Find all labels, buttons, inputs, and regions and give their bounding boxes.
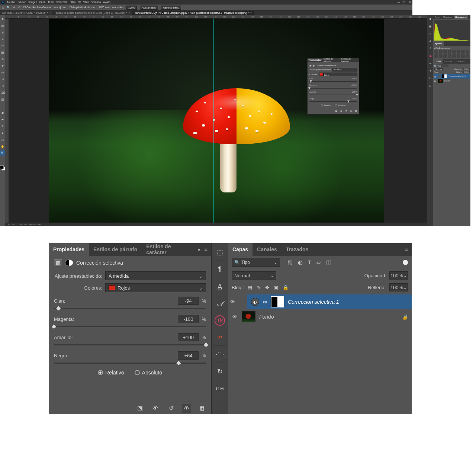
- tab-capas[interactable]: Capas: [433, 59, 443, 64]
- menu-edicion[interactable]: Edición: [17, 1, 26, 3]
- guide-vertical[interactable]: [213, 19, 213, 223]
- mask-icon[interactable]: [65, 259, 73, 266]
- paragraph-panel-icon[interactable]: ¶: [213, 261, 226, 278]
- menu-filtro[interactable]: Filtro: [70, 1, 76, 3]
- canvas[interactable]: [5, 19, 427, 223]
- 3d-panel-icon[interactable]: ⬚: [213, 244, 226, 261]
- close-icon[interactable]: ×: [250, 12, 252, 14]
- marquee-tool-icon[interactable]: ▭: [0, 23, 5, 28]
- adj-levels-icon[interactable]: [439, 50, 443, 54]
- close-icon[interactable]: ×: [128, 12, 130, 14]
- panel-menu-icon[interactable]: ≡: [405, 246, 408, 253]
- visibility-icon[interactable]: 👁: [228, 299, 238, 305]
- filter-adjustment-icon[interactable]: ◐: [298, 259, 303, 266]
- doc-tab-1[interactable]: capas de ajuste photoshop.psd al 175% (C…: [54, 11, 132, 15]
- magenta-slider-value[interactable]: -100: [178, 315, 199, 323]
- adj-color-lookup-icon[interactable]: [443, 54, 447, 58]
- filter-shape-icon[interactable]: ▱: [316, 259, 321, 266]
- tab-color[interactable]: Color: [433, 15, 441, 19]
- adj-posterize-icon[interactable]: [452, 54, 456, 58]
- visibility-icon[interactable]: 👁: [232, 314, 238, 320]
- adj-photo-filter-icon[interactable]: [434, 54, 438, 58]
- glyphs-panel-icon[interactable]: 𝒜: [213, 295, 226, 312]
- cian-slider[interactable]: [309, 81, 357, 82]
- cian-slider-value[interactable]: -94: [352, 77, 355, 80]
- fill-value[interactable]: 100%: [463, 71, 470, 73]
- eyedropper-tool-icon[interactable]: ✎: [0, 57, 5, 62]
- tab-capas[interactable]: Capas: [228, 243, 253, 256]
- adj-invert-icon[interactable]: [448, 54, 451, 58]
- menu-ayuda[interactable]: Ayuda: [103, 1, 110, 3]
- clip-to-layer-icon[interactable]: ⬔: [135, 404, 144, 413]
- adj-brightness-icon[interactable]: [434, 50, 438, 54]
- tab-trazados[interactable]: Trazados: [282, 243, 313, 256]
- adj-curves-icon[interactable]: [443, 50, 447, 54]
- tab-ajustes[interactable]: Ajustes: [433, 41, 444, 46]
- layer-thumb[interactable]: [242, 311, 255, 322]
- negro-slider[interactable]: [54, 363, 206, 364]
- menu-imagen[interactable]: Imagen: [28, 1, 37, 3]
- adjustment-thumb-icon[interactable]: ◐: [251, 298, 259, 306]
- fit-screen-button[interactable]: Ajustar pant.: [140, 6, 158, 10]
- adj-selective-color-icon[interactable]: [466, 54, 469, 58]
- preset-select[interactable]: A medida: [332, 68, 357, 71]
- hand-tool-icon[interactable]: ✋: [0, 144, 5, 149]
- maximize-icon[interactable]: ▢: [403, 1, 406, 4]
- amarillo-slider[interactable]: [309, 95, 357, 95]
- close-icon[interactable]: ✕: [409, 1, 411, 4]
- reset-icon[interactable]: ↺: [167, 404, 176, 413]
- status-zoom[interactable]: 47,5%: [8, 223, 15, 226]
- brush-tool-icon[interactable]: ✏: [0, 70, 5, 75]
- adjustment-type-icon[interactable]: ▩: [54, 259, 62, 266]
- lock-all-icon[interactable]: 🔒: [283, 285, 289, 290]
- layer-row[interactable]: 👁 Fondo 🔒: [228, 309, 412, 324]
- toggle-visibility-icon[interactable]: 👁: [182, 404, 191, 413]
- properties-panel-floating[interactable]: Propiedades Estilos de párrafo Estilos d…: [307, 58, 359, 115]
- doc-tab-0[interactable]: Sin título-1 al 276% (Capa 7, RGB/8#) *×: [0, 11, 54, 15]
- panel-icon[interactable]: ▣: [428, 24, 432, 28]
- layer-filter-select[interactable]: 🔍 Tipo: [232, 258, 280, 267]
- quick-select-tool-icon[interactable]: ✦: [0, 36, 5, 42]
- layer-row[interactable]: ◉ Fondo: [434, 79, 470, 83]
- crop-tool-icon[interactable]: ✂: [0, 43, 5, 48]
- shape-tool-icon[interactable]: □: [0, 137, 5, 142]
- mode-absolute-radio[interactable]: Absoluto: [335, 104, 345, 106]
- layer-row[interactable]: ◐ ⚯ Corrección selectiva 1: [247, 294, 412, 309]
- panel-menu-icon[interactable]: ≡: [204, 246, 208, 253]
- edit-toolbar-icon[interactable]: ⋯: [0, 157, 5, 162]
- negro-slider[interactable]: [309, 101, 357, 102]
- tk-panel-icon[interactable]: ◉: [428, 54, 432, 58]
- fill-value[interactable]: 100% ⌄: [389, 283, 408, 291]
- preset-select[interactable]: A medida: [105, 271, 206, 280]
- layer-thumb[interactable]: [438, 79, 443, 83]
- status-doc-size[interactable]: Doc: 88,7 MB/88,7 MB: [19, 223, 41, 226]
- network-panel-icon[interactable]: ⋰⋱: [213, 346, 226, 363]
- amarillo-slider-value[interactable]: +100: [178, 333, 199, 341]
- cian-slider[interactable]: [54, 308, 206, 309]
- tab-canales[interactable]: Canales: [443, 59, 454, 64]
- tab-trazados[interactable]: Trazados: [454, 59, 466, 64]
- visibility-icon[interactable]: ◉: [434, 80, 437, 82]
- pen-tool-icon[interactable]: ✒: [0, 117, 5, 122]
- panel-icon[interactable]: L: [428, 83, 432, 88]
- gradient-tool-icon[interactable]: ◫: [0, 97, 5, 102]
- move-tool-icon[interactable]: ✥: [0, 16, 5, 22]
- negro-slider-value[interactable]: +64: [178, 351, 199, 360]
- path-select-tool-icon[interactable]: ▲: [0, 130, 5, 135]
- adj-bw-icon[interactable]: [466, 50, 469, 54]
- opacity-value[interactable]: 100%: [463, 68, 470, 70]
- menu-capa[interactable]: Capa: [39, 1, 46, 3]
- tab-estilos-caracter[interactable]: Estilos de carácter: [142, 243, 190, 256]
- tab-estilos-parrafo[interactable]: Estilos de párrafo: [89, 243, 142, 256]
- lock-artboard-icon[interactable]: ▣: [274, 285, 278, 290]
- clip-to-layer-icon[interactable]: ▣: [335, 109, 337, 112]
- tab-propiedades[interactable]: Propiedades: [308, 59, 322, 61]
- adj-threshold-icon[interactable]: [457, 54, 460, 58]
- blend-mode-select[interactable]: Normal: [232, 271, 276, 280]
- panel-icon[interactable]: ◆: [428, 16, 432, 21]
- home-icon[interactable]: ⌂: [2, 6, 4, 9]
- menu-vista[interactable]: Vista: [83, 1, 89, 3]
- history-brush-tool-icon[interactable]: ↺: [0, 83, 5, 89]
- reset-icon[interactable]: ↺: [345, 109, 347, 112]
- opt-resize-window[interactable]: ☐ Cambiar tamaño vent. para ajustar: [23, 6, 67, 9]
